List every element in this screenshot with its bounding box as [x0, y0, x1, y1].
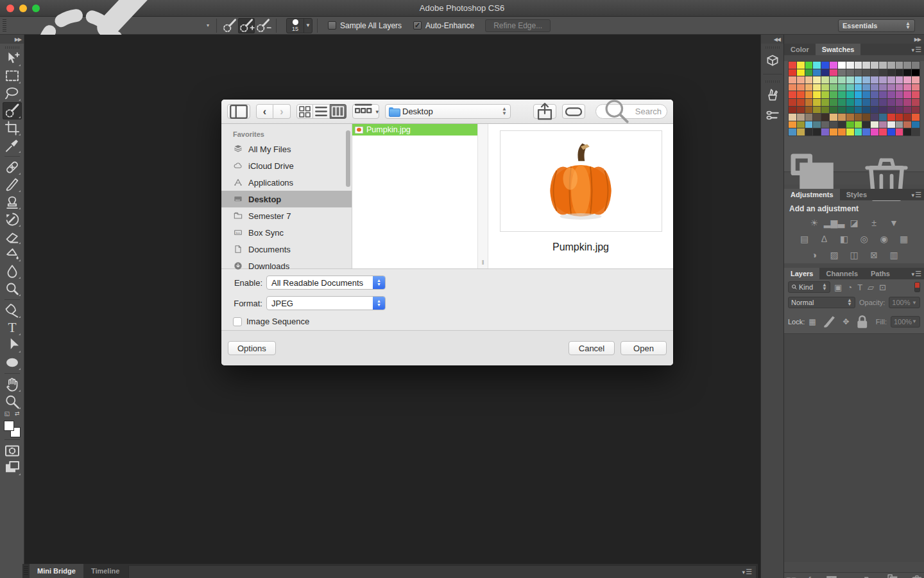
color-swatch[interactable]	[871, 114, 878, 121]
color-swatch[interactable]	[830, 84, 837, 91]
history-brush-tool[interactable]	[3, 211, 22, 228]
color-swatch[interactable]	[887, 62, 895, 69]
color-swatch[interactable]	[846, 62, 854, 69]
color-swatch[interactable]	[830, 128, 837, 136]
color-swatch[interactable]	[862, 121, 870, 128]
threshold-icon[interactable]: ◫	[847, 249, 861, 260]
brightness-contrast-icon[interactable]: ☀	[807, 217, 821, 228]
color-swatch[interactable]	[846, 91, 854, 98]
color-swatch[interactable]	[821, 84, 829, 91]
color-swatch[interactable]	[912, 84, 920, 91]
color-swatch[interactable]	[855, 84, 862, 91]
swap-colors-icon[interactable]: ⇄	[15, 410, 20, 419]
color-swatch[interactable]	[846, 128, 854, 136]
image-sequence-checkbox[interactable]	[233, 317, 242, 326]
crop-tool[interactable]	[3, 119, 22, 137]
color-swatch[interactable]	[871, 62, 878, 69]
color-swatch[interactable]	[797, 69, 805, 76]
color-swatch[interactable]	[855, 114, 862, 121]
rectangular-marquee-tool[interactable]	[3, 67, 22, 85]
filter-smart-object-icon[interactable]: ⊡	[879, 283, 886, 292]
format-dropdown[interactable]: JPEG ▲▼	[266, 296, 386, 310]
posterize-icon[interactable]: ▨	[827, 249, 841, 260]
color-swatch[interactable]	[805, 84, 813, 91]
refine-edge-button[interactable]: Refine Edge...	[485, 19, 551, 32]
sidebar-item-semester-7[interactable]: Semester 7	[221, 207, 352, 224]
color-swatch[interactable]	[797, 99, 805, 106]
panel-menu-icon[interactable]: ▾☰	[912, 46, 921, 54]
tab-paths[interactable]: Paths	[864, 268, 896, 279]
color-swatch[interactable]	[805, 99, 813, 106]
color-swatch[interactable]	[805, 91, 813, 98]
color-swatch[interactable]	[871, 107, 878, 114]
brush-panel-icon[interactable]	[764, 86, 781, 103]
type-tool[interactable]: T	[3, 319, 22, 337]
screen-mode-button[interactable]	[3, 459, 22, 477]
color-swatch[interactable]	[887, 107, 895, 114]
color-swatch[interactable]	[821, 62, 829, 69]
color-swatch[interactable]	[862, 69, 870, 76]
color-swatch[interactable]	[887, 69, 895, 76]
color-swatch[interactable]	[912, 121, 920, 128]
sidebar-item-desktop[interactable]: Desktop	[221, 191, 352, 207]
color-swatch[interactable]	[871, 76, 878, 83]
curves-icon[interactable]: ◪	[847, 217, 861, 228]
black-white-icon[interactable]: ◧	[837, 233, 851, 244]
tab-layers[interactable]: Layers	[784, 268, 819, 279]
color-swatch[interactable]	[912, 128, 920, 136]
color-swatch[interactable]	[838, 76, 846, 83]
color-swatch[interactable]	[846, 107, 854, 114]
color-swatch[interactable]	[896, 69, 903, 76]
color-swatch[interactable]	[912, 76, 920, 83]
color-swatch[interactable]	[813, 121, 821, 128]
add-to-selection-mode-button[interactable]	[238, 18, 255, 33]
brush-tool[interactable]	[3, 176, 22, 193]
dodge-tool[interactable]	[3, 280, 22, 297]
color-swatch[interactable]	[830, 107, 837, 114]
tab-swatches[interactable]: Swatches	[816, 44, 861, 55]
color-swatch[interactable]	[805, 76, 813, 83]
color-swatch[interactable]	[871, 69, 878, 76]
color-swatch[interactable]	[862, 107, 870, 114]
add-layer-mask-button[interactable]	[825, 573, 839, 578]
foreground-color-swatch[interactable]	[4, 421, 14, 431]
color-swatch[interactable]	[912, 107, 920, 114]
color-swatch[interactable]	[855, 107, 862, 114]
color-swatch[interactable]	[871, 84, 878, 91]
color-swatch[interactable]	[903, 128, 911, 136]
color-swatch[interactable]	[903, 84, 911, 91]
color-swatch[interactable]	[887, 76, 895, 83]
workspace-switcher[interactable]: Essentials ▲▼	[838, 19, 915, 32]
tags-button[interactable]	[562, 104, 585, 119]
subtract-from-selection-mode-button[interactable]	[255, 18, 271, 33]
color-swatch[interactable]	[896, 128, 903, 136]
color-swatch[interactable]	[862, 84, 870, 91]
forward-button[interactable]: ›	[273, 104, 291, 119]
move-tool[interactable]	[3, 50, 22, 67]
tab-adjustments[interactable]: Adjustments	[784, 189, 840, 200]
file-row-pumpkin-jpg[interactable]: Pumpkin.jpg	[352, 124, 477, 136]
color-swatch[interactable]	[879, 91, 887, 98]
color-swatch[interactable]	[855, 62, 862, 69]
color-swatch[interactable]	[813, 84, 821, 91]
panel-menu-icon[interactable]: ▾☰	[912, 270, 921, 278]
color-swatch[interactable]	[896, 107, 903, 114]
search-input[interactable]: Search	[595, 104, 667, 119]
column-view-button[interactable]	[330, 104, 346, 119]
color-swatch[interactable]	[789, 107, 796, 114]
color-swatch[interactable]	[855, 76, 862, 83]
color-swatch[interactable]	[862, 128, 870, 136]
color-swatch[interactable]	[830, 121, 837, 128]
dock-collapse-arrows[interactable]: ◀◀	[761, 35, 783, 44]
color-swatch[interactable]	[789, 91, 796, 98]
color-swatch[interactable]	[821, 114, 829, 121]
levels-icon[interactable]: ▂▆▃	[827, 217, 841, 228]
color-swatch[interactable]	[846, 76, 854, 83]
color-swatch[interactable]	[912, 99, 920, 106]
color-swatch[interactable]	[789, 69, 796, 76]
sidebar-item-documents[interactable]: Documents	[221, 241, 352, 258]
color-swatch[interactable]	[912, 114, 920, 121]
filter-type-icon[interactable]: T	[857, 283, 862, 292]
lock-transparency-icon[interactable]: ▦	[809, 317, 816, 326]
color-swatch[interactable]	[862, 99, 870, 106]
